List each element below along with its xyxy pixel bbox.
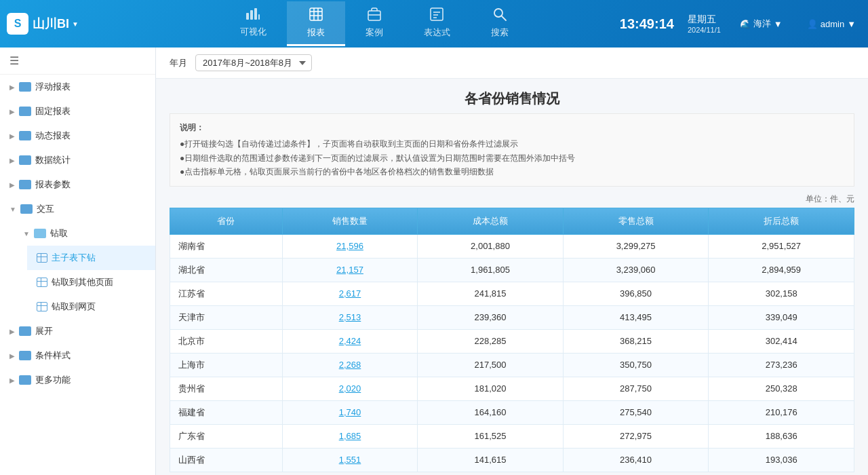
description-line-3: ●点击指标单元格，钻取页面展示当前行的省份中各地区各价格档次的销售数量明细数据 xyxy=(180,165,844,178)
folder-icon xyxy=(19,131,31,140)
hamburger-icon: ☰ xyxy=(9,55,19,66)
table-row: 湖北省21,1571,961,8053,239,0602,894,959 xyxy=(170,258,854,282)
nav-case-label: 案例 xyxy=(366,26,383,39)
folder-icon xyxy=(19,375,31,385)
cell-province: 湖南省 xyxy=(170,234,283,258)
table-row: 山西省1,551141,615236,410193,036 xyxy=(170,448,854,472)
sidebar-item-master-child-drill[interactable]: 主子表下钻 xyxy=(27,246,155,270)
svg-rect-3 xyxy=(258,14,260,20)
folder-icon xyxy=(19,155,31,165)
sidebar-item-drill[interactable]: ▼ 钻取 xyxy=(14,221,155,246)
cell-cost-total: 241,815 xyxy=(418,282,564,305)
search-icon xyxy=(492,7,507,25)
sidebar-item-label: 更多功能 xyxy=(35,374,71,386)
cell-retail-total: 413,495 xyxy=(563,305,709,329)
description-title: 说明： xyxy=(180,121,844,134)
sidebar-item-drill-other-page[interactable]: 钻取到其他页面 xyxy=(27,270,155,294)
cell-sales-qty[interactable]: 21,596 xyxy=(282,234,417,258)
cell-sales-qty[interactable]: 2,424 xyxy=(282,329,417,353)
table-icon xyxy=(37,253,47,263)
cell-sales-qty[interactable]: 21,157 xyxy=(282,258,417,282)
sidebar-item-label: 交互 xyxy=(37,203,54,215)
sidebar-item-label: 动态报表 xyxy=(35,130,71,142)
sidebar-item-dynamic-report[interactable]: ▶ 动态报表 xyxy=(0,124,155,148)
svg-rect-1 xyxy=(250,10,253,20)
description-box: 说明： ●打开链接勾选【自动传递过滤条件】，子页面将自动获取到主页面的日期和省份… xyxy=(170,113,854,187)
nav-expression-label: 表达式 xyxy=(424,26,450,39)
filter-select[interactable]: 2017年8月~2018年8月 2016年8月~2017年8月 xyxy=(195,54,312,71)
cell-discount-total: 210,176 xyxy=(709,400,854,424)
report-title: 各省份销售情况 xyxy=(156,79,868,113)
nav-case[interactable]: 案例 xyxy=(345,1,403,46)
region-button[interactable]: 🌊 海洋 ▼ xyxy=(734,15,788,33)
caret-icon: ▼ xyxy=(23,230,30,238)
user-button[interactable]: 👤 admin ▼ xyxy=(802,16,861,32)
caret-icon: ▶ xyxy=(9,108,15,115)
folder-icon xyxy=(19,326,31,336)
clock: 13:49:14 xyxy=(620,16,674,32)
cell-discount-total: 302,414 xyxy=(709,329,854,353)
sidebar-item-fixed-report[interactable]: ▶ 固定报表 xyxy=(0,99,155,124)
cell-sales-qty[interactable]: 2,513 xyxy=(282,305,417,329)
sidebar-item-report-params[interactable]: ▶ 报表参数 xyxy=(0,172,155,197)
nav-visualization[interactable]: 可视化 xyxy=(220,1,287,46)
sidebar-item-interact[interactable]: ▼ 交互 xyxy=(0,197,155,221)
nav-expression[interactable]: 表达式 xyxy=(403,1,471,46)
caret-icon: ▶ xyxy=(9,377,15,384)
cell-discount-total: 193,036 xyxy=(709,448,854,472)
cell-province: 广东省 xyxy=(170,424,283,448)
sidebar-item-label: 钻取到网页 xyxy=(52,301,96,313)
sidebar-item-more-features[interactable]: ▶ 更多功能 xyxy=(0,368,155,392)
folder-icon xyxy=(19,107,31,116)
cell-cost-total: 164,160 xyxy=(418,400,564,424)
cell-retail-total: 368,215 xyxy=(563,329,709,353)
logo-caret-icon: ▼ xyxy=(72,20,79,28)
user-caret: ▼ xyxy=(847,19,856,29)
cell-province: 湖北省 xyxy=(170,258,283,282)
sidebar: ☰ ▶ 浮动报表 ▶ 固定报表 ▶ 动态报表 ▶ 数据统计 ▶ xyxy=(0,48,156,475)
nav-report[interactable]: 报表 xyxy=(287,1,345,46)
cell-sales-qty[interactable]: 2,020 xyxy=(282,377,417,400)
caret-icon: ▶ xyxy=(9,157,15,164)
folder-icon xyxy=(19,180,31,189)
cell-cost-total: 181,020 xyxy=(418,377,564,400)
description-line-1: ●打开链接勾选【自动传递过滤条件】，子页面将自动获取到主页面的日期和省份条件过滤… xyxy=(180,137,844,151)
unit-row: 单位：件、元 xyxy=(156,192,868,208)
cell-sales-qty[interactable]: 2,268 xyxy=(282,353,417,377)
sidebar-item-label: 报表参数 xyxy=(35,178,71,191)
cell-retail-total: 3,299,275 xyxy=(563,234,709,258)
folder-icon xyxy=(34,229,46,238)
data-table: 省份 销售数量 成本总额 零售总额 折后总额 湖南省21,5962,001,88… xyxy=(170,208,854,472)
sidebar-item-condition-style[interactable]: ▶ 条件样式 xyxy=(0,343,155,368)
table-header-row: 省份 销售数量 成本总额 零售总额 折后总额 xyxy=(170,208,854,234)
nav-visualization-label: 可视化 xyxy=(240,26,267,38)
nav-search[interactable]: 搜索 xyxy=(471,1,529,46)
sidebar-menu-button[interactable]: ☰ xyxy=(0,48,155,75)
caret-icon: ▼ xyxy=(9,206,16,213)
sidebar-item-expand[interactable]: ▶ 展开 xyxy=(0,319,155,343)
filter-label: 年月 xyxy=(170,57,187,69)
cell-province: 贵州省 xyxy=(170,377,283,400)
table-icon xyxy=(37,278,47,287)
region-icon: 🌊 xyxy=(740,19,751,29)
cell-sales-qty[interactable]: 2,617 xyxy=(282,282,417,305)
cell-cost-total: 217,500 xyxy=(418,353,564,377)
report-icon xyxy=(309,7,323,25)
logo[interactable]: S 山川BI ▼ xyxy=(7,13,129,35)
sidebar-item-float-report[interactable]: ▶ 浮动报表 xyxy=(0,75,155,99)
sidebar-item-label: 钻取到其他页面 xyxy=(52,276,113,288)
col-retail-total: 零售总额 xyxy=(563,208,709,234)
cell-sales-qty[interactable]: 1,685 xyxy=(282,424,417,448)
svg-point-15 xyxy=(494,9,502,17)
sidebar-item-drill-webpage[interactable]: 钻取到网页 xyxy=(27,294,155,319)
cell-sales-qty[interactable]: 1,740 xyxy=(282,400,417,424)
description-line-2: ●日期组件选取的范围通过参数传递到下一页面的过滤展示，默认值设置为日期范围时需要… xyxy=(180,151,844,165)
cell-retail-total: 350,750 xyxy=(563,353,709,377)
date-display: 星期五 2024/11/1 xyxy=(688,14,721,34)
cell-sales-qty[interactable]: 1,551 xyxy=(282,448,417,472)
main-layout: ☰ ▶ 浮动报表 ▶ 固定报表 ▶ 动态报表 ▶ 数据统计 ▶ xyxy=(0,48,868,475)
folder-icon xyxy=(19,351,31,360)
cell-discount-total: 302,158 xyxy=(709,282,854,305)
sidebar-item-data-stats[interactable]: ▶ 数据统计 xyxy=(0,148,155,172)
case-icon xyxy=(367,7,382,25)
